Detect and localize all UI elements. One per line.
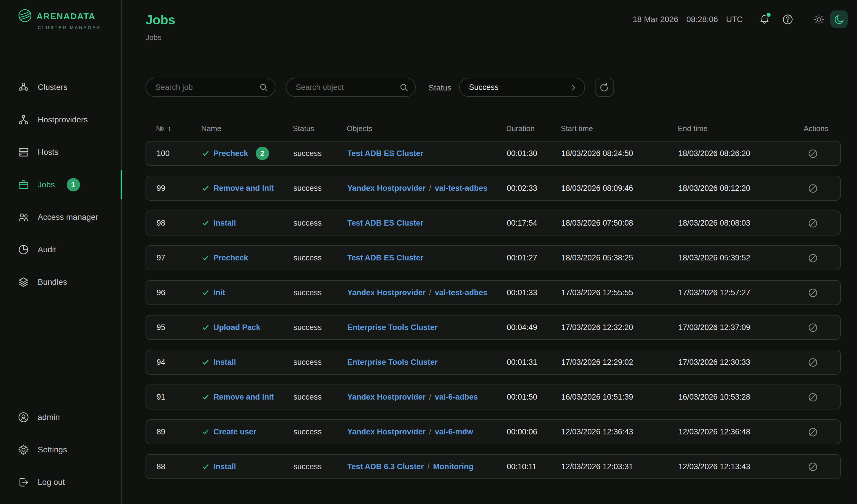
object-separator: / [429, 427, 432, 436]
job-actions-cell [804, 148, 840, 158]
job-name-link[interactable]: Remove and Init [213, 184, 274, 192]
column-header-number[interactable]: № ↑ [156, 124, 201, 133]
sidebar-item-hosts[interactable]: Hosts [0, 136, 121, 168]
job-number: 91 [156, 393, 202, 401]
job-duration: 00:02:33 [507, 184, 561, 192]
job-name-link[interactable]: Create user [213, 427, 256, 436]
search-job-input[interactable] [146, 78, 275, 97]
sidebar-item-bundles[interactable]: Bundles [0, 266, 121, 298]
object-link[interactable]: Test ADB ES Cluster [347, 253, 424, 262]
refresh-button[interactable] [594, 78, 614, 97]
forbidden-icon[interactable] [808, 148, 818, 158]
job-name-link[interactable]: Install [213, 358, 236, 367]
moon-icon [833, 13, 845, 25]
sidebar-item-logout[interactable]: Log out [0, 466, 121, 498]
object-link[interactable]: Test ADB ES Cluster [347, 149, 424, 158]
forbidden-icon[interactable] [808, 287, 818, 298]
object-link[interactable]: Yandex Hostprovider [347, 427, 425, 436]
job-start-time: 16/03/2026 10:51:39 [561, 393, 678, 401]
chevron-right-icon [569, 83, 577, 91]
forbidden-icon[interactable] [808, 218, 818, 228]
sun-icon [813, 13, 825, 25]
job-start-time: 17/03/2026 12:55:55 [561, 288, 678, 297]
job-status: success [293, 462, 347, 471]
forbidden-icon[interactable] [808, 183, 818, 194]
status-select[interactable]: Success [459, 78, 585, 97]
forbidden-icon[interactable] [808, 392, 818, 402]
forbidden-icon[interactable] [808, 322, 818, 333]
object-link[interactable]: Monitoring [433, 462, 473, 471]
job-start-time: 18/03/2026 08:24:50 [561, 149, 678, 158]
job-duration: 00:01:27 [507, 253, 561, 262]
job-name-link[interactable]: Precheck [213, 149, 248, 158]
job-name-cell: Precheck [202, 253, 293, 262]
job-end-time: 17/03/2026 12:57:27 [678, 288, 804, 297]
sidebar-item-access-manager[interactable]: Access manager [0, 201, 121, 233]
forbidden-icon[interactable] [808, 426, 818, 437]
job-end-time: 16/03/2026 10:53:28 [678, 393, 804, 401]
light-theme-button[interactable] [810, 11, 827, 28]
gear-icon [17, 443, 30, 456]
sidebar-item-settings[interactable]: Settings [0, 433, 121, 466]
sort-asc-icon: ↑ [168, 124, 171, 133]
job-name-cell: Install [202, 358, 293, 367]
success-check-icon [202, 150, 209, 157]
job-actions-cell [804, 287, 840, 298]
table-header: № ↑ Name Status Objects Duration Start t… [146, 123, 841, 133]
job-start-time: 12/03/2026 12:03:31 [561, 462, 678, 471]
forbidden-icon[interactable] [808, 461, 818, 472]
sidebar-item-label: Hosts [38, 147, 58, 156]
job-objects: Yandex Hostprovider/val-6-mdw [347, 427, 507, 436]
main-content: 18 Mar 2026 08:28:06 UTC [122, 0, 857, 504]
sidebar-item-audit[interactable]: Audit [0, 233, 121, 266]
table-row: 100 Precheck 2 success Test ADB ES Clust… [146, 141, 841, 166]
hosts-icon [17, 146, 30, 158]
job-name-link[interactable]: Init [213, 288, 225, 297]
brand-logo[interactable]: ARENADATA CLUSTER MANAGER [0, 0, 121, 30]
job-name-link[interactable]: Install [213, 462, 236, 471]
job-status: success [293, 323, 347, 332]
job-name-link[interactable]: Remove and Init [213, 393, 274, 401]
job-name-link[interactable]: Install [213, 219, 236, 228]
job-status: success [293, 219, 347, 228]
job-name-link[interactable]: Upload Pack [213, 323, 261, 332]
object-link[interactable]: val-test-adbes [435, 288, 488, 297]
object-link[interactable]: Test ADB ES Cluster [347, 219, 424, 228]
job-objects: Enterprise Tools Cluster [347, 358, 507, 367]
jobs-table-body: 100 Precheck 2 success Test ADB ES Clust… [146, 141, 841, 479]
object-link[interactable]: Yandex Hostprovider [347, 393, 425, 401]
forbidden-icon[interactable] [808, 253, 818, 263]
object-link[interactable]: val-test-adbes [435, 184, 488, 192]
notifications-button[interactable] [756, 11, 773, 28]
datetime: 18 Mar 2026 08:28:06 UTC [633, 15, 743, 24]
column-label: Actions [804, 124, 828, 133]
job-name-link[interactable]: Precheck [213, 253, 248, 262]
sidebar-item-admin[interactable]: admin [0, 401, 121, 433]
sidebar-item-label: Log out [38, 477, 65, 487]
sidebar-item-label: Clusters [38, 82, 68, 91]
job-name-cell: Remove and Init [202, 184, 293, 192]
object-link[interactable]: Yandex Hostprovider [347, 288, 425, 297]
object-link[interactable]: val-6-mdw [435, 427, 473, 436]
sidebar-item-jobs[interactable]: Jobs 1 [0, 168, 121, 201]
object-link[interactable]: Test ADB 6.3 Cluster [347, 462, 424, 471]
sidebar-item-clusters[interactable]: Clusters [0, 71, 121, 103]
search-object-input[interactable] [286, 78, 416, 97]
job-end-time: 17/03/2026 12:30:33 [678, 358, 804, 367]
object-link[interactable]: val-6-adbes [435, 393, 478, 401]
forbidden-icon[interactable] [808, 357, 818, 367]
success-check-icon [202, 219, 209, 227]
column-label: Objects [347, 124, 372, 133]
job-actions-cell [804, 426, 840, 437]
job-objects: Test ADB ES Cluster [347, 219, 507, 228]
sidebar-item-hostproviders[interactable]: Hostproviders [0, 103, 121, 136]
help-button[interactable] [779, 11, 796, 28]
object-link[interactable]: Enterprise Tools Cluster [347, 323, 438, 332]
job-name-cell: Create user [202, 427, 293, 436]
job-duration: 00:01:33 [507, 288, 561, 297]
object-link[interactable]: Yandex Hostprovider [347, 184, 425, 192]
brand-subtitle: CLUSTER MANAGER [38, 25, 121, 30]
dark-theme-button[interactable] [830, 11, 848, 28]
object-link[interactable]: Enterprise Tools Cluster [347, 358, 438, 367]
job-start-time: 17/03/2026 12:29:02 [561, 358, 678, 367]
